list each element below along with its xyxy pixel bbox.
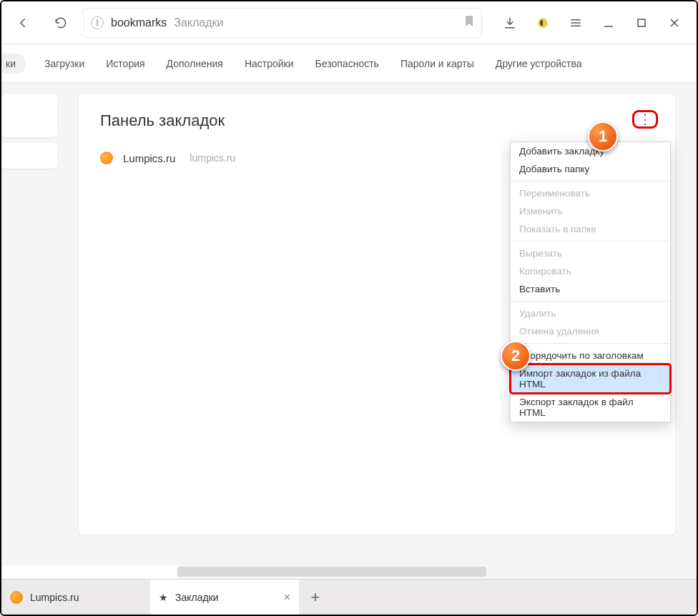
download-icon (503, 16, 517, 30)
browser-toolbar: bookmarks Закладки (1, 1, 697, 44)
nav-item-security[interactable]: Безопасность (313, 54, 382, 74)
menu-delete: Удалить (511, 304, 670, 322)
extension-button[interactable] (528, 8, 558, 38)
reload-button[interactable] (46, 8, 76, 38)
bookmarks-panel: Панель закладок Lumpics.ru lumpics.ru ⋮ … (79, 94, 675, 535)
tab-bookmarks[interactable]: ★ Закладки × (150, 580, 299, 615)
menu-button[interactable] (561, 8, 591, 38)
address-title: Закладки (174, 16, 223, 29)
tab-label: Закладки (175, 592, 219, 603)
annotation-2: 2 (501, 341, 531, 371)
sidebar-row[interactable] (1, 143, 57, 169)
maximize-button[interactable] (626, 8, 657, 38)
bookmark-icon (464, 15, 474, 28)
minimize-icon (601, 16, 616, 30)
menu-separator (511, 241, 670, 242)
menu-sort-by-title[interactable]: Упорядочить по заголовкам (511, 347, 670, 364)
menu-separator (511, 343, 670, 344)
bookmark-title: Lumpics.ru (123, 152, 175, 164)
toolbar-right-buttons (495, 8, 689, 38)
nav-item-passwords[interactable]: Пароли и карты (398, 54, 477, 74)
menu-edit: Изменить (511, 202, 670, 220)
arrow-left-icon (16, 16, 31, 30)
bookmark-flag-icon[interactable] (464, 15, 474, 31)
sidebar-card[interactable] (1, 94, 57, 137)
new-tab-button[interactable]: + (299, 580, 332, 615)
bookmarks-sidebar (1, 83, 63, 557)
tab-lumpics[interactable]: Lumpics.ru (1, 580, 150, 615)
menu-import-html[interactable]: Импорт закладок из файла HTML (511, 364, 670, 393)
menu-rename: Переименовать (511, 184, 670, 202)
address-scheme: bookmarks (111, 16, 167, 29)
nav-item-bookmarks[interactable]: ки (0, 54, 26, 74)
tab-label: Lumpics.ru (30, 592, 79, 603)
maximize-icon (634, 16, 649, 30)
context-menu: Добавить закладку Добавить папку Переиме… (510, 141, 671, 422)
nav-item-downloads[interactable]: Загрузки (41, 54, 87, 74)
star-icon: ★ (159, 592, 168, 603)
menu-add-folder[interactable]: Добавить папку (511, 160, 670, 178)
tab-strip: Lumpics.ru ★ Закладки × + (1, 579, 697, 615)
menu-export-html[interactable]: Экспорт закладок в файл HTML (511, 393, 670, 422)
favicon-icon (100, 151, 113, 164)
nav-item-devices[interactable]: Другие устройства (493, 54, 585, 74)
nav-item-addons[interactable]: Дополнения (164, 54, 226, 74)
downloads-button[interactable] (495, 8, 525, 38)
body-wrap: Панель закладок Lumpics.ru lumpics.ru ⋮ … (1, 83, 697, 557)
settings-nav: ки Загрузки История Дополнения Настройки… (1, 44, 697, 83)
scroll-thumb[interactable] (177, 567, 486, 577)
address-bar[interactable]: bookmarks Закладки (83, 8, 482, 38)
hamburger-icon (569, 16, 583, 30)
nav-item-settings[interactable]: Настройки (242, 54, 297, 74)
menu-undo-delete: Отмена удаления (511, 322, 670, 340)
close-icon (667, 16, 682, 30)
back-button[interactable] (9, 8, 39, 38)
scroll-track (486, 565, 697, 579)
shield-icon (536, 16, 550, 30)
minimize-button[interactable] (594, 8, 624, 38)
yandex-icon (91, 16, 104, 29)
close-window-button[interactable] (659, 8, 689, 38)
panel-heading: Панель закладок (100, 111, 654, 130)
annotation-1: 1 (588, 121, 618, 151)
menu-copy: Копировать (511, 262, 670, 280)
reload-icon (54, 16, 68, 30)
menu-separator (511, 301, 670, 302)
menu-cut: Вырезать (511, 244, 670, 262)
more-actions-button[interactable]: ⋮ (632, 110, 658, 129)
menu-paste[interactable]: Вставить (511, 280, 670, 298)
menu-show-in-folder: Показать в папке (511, 220, 670, 238)
nav-item-history[interactable]: История (103, 54, 147, 74)
main-area: Панель закладок Lumpics.ru lumpics.ru ⋮ … (63, 83, 697, 557)
bookmark-url: lumpics.ru (190, 152, 235, 164)
tab-close-button[interactable]: × (284, 591, 290, 604)
favicon-icon (10, 591, 23, 604)
horizontal-scrollbar[interactable] (1, 565, 697, 579)
menu-separator (511, 181, 670, 182)
svg-rect-1 (638, 19, 645, 26)
scroll-track (1, 565, 177, 579)
